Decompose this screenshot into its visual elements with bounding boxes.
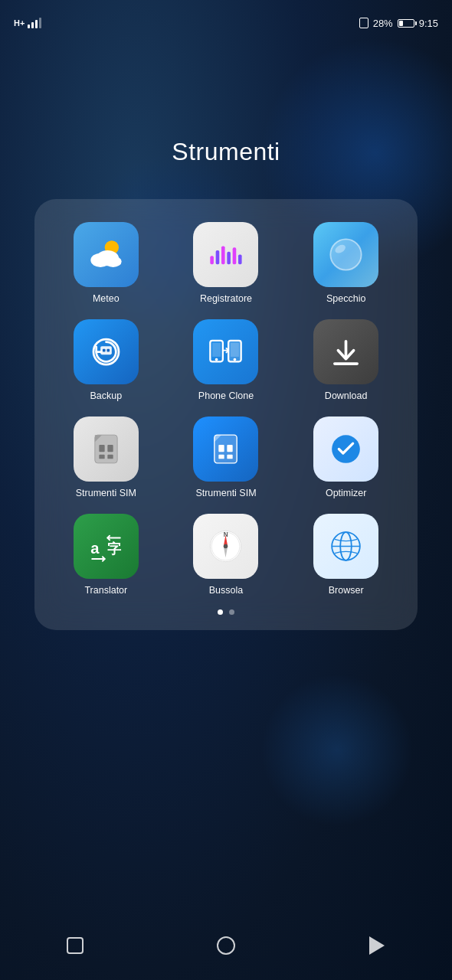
time-display: 9:15 xyxy=(419,18,438,29)
app-optimizer[interactable]: Optimizer xyxy=(290,416,402,498)
app-label-optimizer: Optimizer xyxy=(326,488,366,498)
svg-rect-31 xyxy=(219,445,224,452)
app-icon-translator: a 字 xyxy=(74,514,139,579)
app-label-registratore: Registratore xyxy=(200,293,252,304)
app-icon-specchio xyxy=(313,222,378,287)
back-button[interactable] xyxy=(363,933,390,959)
svg-rect-9 xyxy=(238,255,242,265)
app-meteo[interactable]: Meteo xyxy=(50,222,162,304)
app-label-bussola: Bussola xyxy=(209,585,243,596)
dot-1 xyxy=(218,609,223,615)
app-specchio[interactable]: Specchio xyxy=(290,222,402,304)
app-label-strumentisim2: Strumenti SIM xyxy=(195,488,256,498)
app-strumentisim1[interactable]: Strumenti SIM xyxy=(50,416,162,498)
status-bar: H+ 28% 9:15 xyxy=(0,0,452,38)
circle-icon xyxy=(217,936,235,955)
app-label-browser: Browser xyxy=(329,585,364,596)
app-icon-sim1 xyxy=(74,416,139,482)
app-icon-download xyxy=(313,319,378,384)
svg-rect-26 xyxy=(107,445,113,452)
svg-rect-6 xyxy=(221,247,225,265)
svg-rect-34 xyxy=(228,455,233,459)
triangle-icon xyxy=(369,936,385,955)
svg-rect-27 xyxy=(99,455,104,459)
app-label-specchio: Specchio xyxy=(326,293,365,304)
svg-rect-14 xyxy=(103,349,106,352)
svg-point-18 xyxy=(215,358,218,361)
app-label-download: Download xyxy=(325,390,368,401)
svg-point-21 xyxy=(234,358,237,361)
bottom-nav xyxy=(0,919,452,980)
app-translator[interactable]: a 字 Translator xyxy=(50,514,162,596)
battery-icon xyxy=(398,19,414,28)
home-button[interactable] xyxy=(212,933,239,959)
app-icon-bussola: N xyxy=(193,514,258,579)
svg-rect-20 xyxy=(231,343,239,357)
signal-type: H+ xyxy=(14,18,25,28)
svg-rect-23 xyxy=(95,435,117,463)
app-backup[interactable]: Backup xyxy=(50,319,162,401)
status-right: 28% 9:15 xyxy=(359,18,438,29)
app-icon-sim2 xyxy=(193,416,258,482)
apps-folder: Meteo Registratore xyxy=(34,199,418,630)
status-left: H+ xyxy=(14,18,41,28)
app-label-backup: Backup xyxy=(90,390,122,401)
app-label-phoneclone: Phone Clone xyxy=(198,390,254,401)
svg-rect-4 xyxy=(211,256,215,264)
app-icon-backup xyxy=(74,319,139,384)
svg-rect-7 xyxy=(228,252,231,265)
page-title: Strumenti xyxy=(0,138,452,166)
app-icon-phoneclone xyxy=(193,319,258,384)
app-icon-browser xyxy=(313,514,378,579)
app-label-meteo: Meteo xyxy=(93,293,120,304)
app-icon-meteo xyxy=(74,222,139,287)
svg-text:a: a xyxy=(90,540,100,557)
svg-point-3 xyxy=(104,256,121,267)
svg-rect-17 xyxy=(213,343,221,357)
svg-point-10 xyxy=(330,239,361,270)
app-strumentisim2[interactable]: Strumenti SIM xyxy=(170,416,283,498)
battery-percentage: 28% xyxy=(373,18,393,29)
app-label-translator: Translator xyxy=(84,585,127,596)
sim-icon xyxy=(359,18,368,28)
svg-rect-25 xyxy=(99,445,104,452)
app-phoneclone[interactable]: Phone Clone xyxy=(170,319,283,401)
svg-point-42 xyxy=(224,544,228,549)
app-icon-registratore xyxy=(193,222,258,287)
signal-bars xyxy=(28,18,41,28)
svg-rect-28 xyxy=(107,455,113,459)
app-bussola[interactable]: N Bussola xyxy=(170,514,283,596)
app-registratore[interactable]: Registratore xyxy=(170,222,283,304)
svg-rect-29 xyxy=(215,435,237,463)
recent-apps-button[interactable] xyxy=(62,933,89,959)
svg-rect-15 xyxy=(106,349,110,352)
app-label-strumentisim1: Strumenti SIM xyxy=(76,488,136,498)
svg-text:字: 字 xyxy=(107,541,122,557)
apps-grid: Meteo Registratore xyxy=(50,222,402,596)
svg-rect-32 xyxy=(228,445,233,452)
app-download[interactable]: Download xyxy=(290,319,402,401)
app-icon-optimizer xyxy=(313,416,378,482)
dot-2 xyxy=(229,609,234,615)
app-browser[interactable]: Browser xyxy=(290,514,402,596)
svg-rect-13 xyxy=(100,346,112,354)
svg-rect-5 xyxy=(216,250,220,264)
svg-rect-33 xyxy=(219,455,224,459)
square-icon xyxy=(67,937,84,954)
page-dots xyxy=(50,609,402,615)
svg-rect-8 xyxy=(233,247,237,264)
